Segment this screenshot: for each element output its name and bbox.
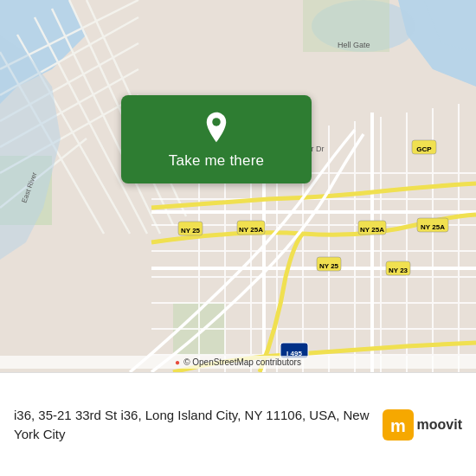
osm-attribution-text: © OpenStreetMap contributors — [183, 357, 301, 367]
svg-text:m: m — [390, 416, 406, 435]
take-me-there-panel[interactable]: Take me there — [121, 95, 312, 183]
moovit-icon: m — [383, 409, 414, 441]
map-area[interactable]: NY 25 NY 25A NY 25A NY 25A NY 25 NY 23 — [0, 0, 476, 372]
osm-logo: ● — [175, 357, 180, 367]
svg-text:NY 23: NY 23 — [389, 267, 408, 274]
info-address: i36, 35-21 33rd St i36, Long Island City… — [14, 406, 372, 444]
svg-text:NY 25A: NY 25A — [239, 226, 263, 234]
svg-text:NY 25: NY 25 — [181, 227, 201, 235]
info-text-block: i36, 35-21 33rd St i36, Long Island City… — [14, 406, 372, 444]
svg-text:NY 25: NY 25 — [319, 262, 339, 270]
svg-text:NY 25A: NY 25A — [421, 223, 445, 231]
svg-point-59 — [212, 118, 221, 126]
app-container: NY 25 NY 25A NY 25A NY 25A NY 25 NY 23 — [0, 0, 476, 476]
location-pin-icon — [200, 111, 233, 144]
svg-text:Hell Gate: Hell Gate — [338, 41, 370, 49]
osm-attribution: ● © OpenStreetMap contributors — [0, 356, 476, 369]
svg-text:GCP: GCP — [416, 145, 432, 153]
take-me-there-button[interactable]: Take me there — [169, 152, 264, 170]
moovit-logo: m moovit — [383, 409, 462, 441]
moovit-label: moovit — [417, 417, 462, 433]
map-svg: NY 25 NY 25A NY 25A NY 25A NY 25 NY 23 — [0, 0, 476, 372]
svg-text:NY 25A: NY 25A — [360, 226, 384, 234]
info-bar: i36, 35-21 33rd St i36, Long Island City… — [0, 372, 476, 476]
